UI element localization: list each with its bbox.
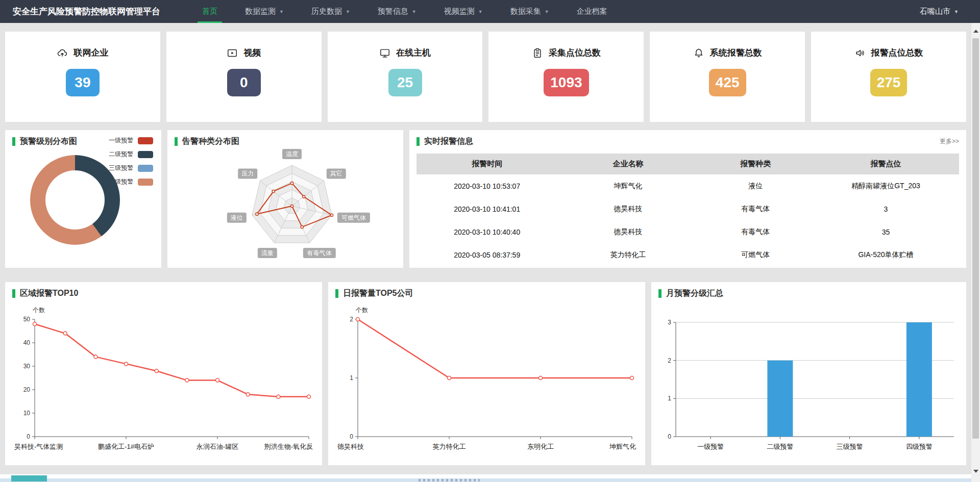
table-cell: 坤辉气化 [557,174,698,197]
stat-label: 在线主机 [396,47,431,59]
table-column-header: 报警时间 [416,154,557,174]
caret-down-icon: ▼ [346,9,350,14]
table-row[interactable]: 2020-03-05 08:37:59英力特化工可燃气体GIA-520单体贮槽 [416,243,959,266]
svg-text:压力: 压力 [241,170,254,177]
panel-title: 区域报警TOP10 [20,288,78,299]
radar-axis-label: 可燃气体 [337,213,370,223]
svg-text:1: 1 [350,374,353,382]
table-row[interactable]: 2020-03-10 10:53:07坤辉气化液位精醇南罐液位GT_203 [416,174,959,197]
table-cell: 35 [813,220,959,243]
nav-item-label: 数据监测 [245,7,276,16]
title-accent-bar [335,289,338,298]
svg-text:40: 40 [23,339,31,346]
nav-item-6[interactable]: 企业档案 [569,0,615,23]
monitor-icon [379,47,390,59]
stat-card-head: 采集点位总数 [532,47,601,59]
table-row[interactable]: 2020-03-10 10:41:01德昊科技有毒气体3 [416,197,959,220]
stat-value-badge: 25 [388,69,422,96]
donut-chart[interactable] [30,155,120,245]
svg-text:温度: 温度 [286,150,298,158]
stat-card-head: 视频 [227,47,261,59]
svg-text:鹏盛化工-1#电石炉: 鹏盛化工-1#电石炉 [98,443,154,450]
nav-item-5[interactable]: 数据采集▼ [503,0,557,23]
legend-item-2[interactable]: 三级预警 [109,164,153,172]
stat-label: 视频 [243,47,261,59]
table-cell: 有毒气体 [699,197,813,220]
scrollbar-thumb[interactable] [972,38,979,439]
bottom-strip [0,474,971,478]
table-cell: 2020-03-10 10:41:01 [416,197,557,220]
more-link[interactable]: 更多>> [940,137,959,146]
svg-text:0: 0 [27,433,30,440]
stat-label: 采集点位总数 [549,47,601,59]
svg-text:流量: 流量 [261,249,274,257]
stat-card-head: 系统报警总数 [693,47,762,59]
legend-item-0[interactable]: 一级预警 [109,136,153,145]
stat-card-0: 联网企业39 [5,32,160,122]
top10-line-chart[interactable]: 01020304050个数昊科技-气体监测鹏盛化工-1#电石炉永润石油-罐区荆洪… [12,301,315,459]
radar-axis-label: 有毒气体 [303,248,336,258]
nav-item-3[interactable]: 预警信息▼ [370,0,424,23]
table-cell: 有毒气体 [699,220,813,243]
vertical-scrollbar[interactable] [971,23,980,482]
nav-item-4[interactable]: 视频监测▼ [436,0,491,23]
legend-swatch [138,137,153,144]
table-column-header: 报警点位 [813,154,959,174]
table-row[interactable]: 2020-03-10 10:40:40德昊科技有毒气体35 [416,220,959,243]
stat-value-badge: 275 [870,69,908,96]
svg-text:一级预警: 一级预警 [697,443,724,450]
caret-down-icon: ▼ [279,9,284,14]
legend-swatch [138,165,153,172]
svg-text:四级预警: 四级预警 [906,443,933,450]
panel-warning-level-pie: 预警级别分布图 一级预警二级预警三级预警四级预警 [5,130,161,268]
svg-text:德昊科技: 德昊科技 [337,443,364,450]
table-cell: 2020-03-10 10:53:07 [416,174,557,197]
svg-text:坤辉气化: 坤辉气化 [609,443,636,450]
svg-text:50: 50 [23,316,31,323]
svg-text:个数: 个数 [32,307,45,314]
legend-item-1[interactable]: 二级预警 [109,150,153,159]
panel-region-alarm-top10: 区域报警TOP10 01020304050个数昊科技-气体监测鹏盛化工-1#电石… [5,282,322,465]
region-selector[interactable]: 石嘴山市 ▼ [920,7,959,16]
realtime-alarm-table: 报警时间企业名称报警种类报警点位 2020-03-10 10:53:07坤辉气化… [416,154,959,266]
svg-text:0: 0 [668,433,671,440]
bottom-left-teal-block [11,475,47,481]
svg-text:二级预警: 二级预警 [767,443,793,450]
table-cell: 精醇南罐液位GT_203 [813,174,959,197]
horizontal-scrollbar[interactable] [0,478,971,482]
monthly-bar-chart[interactable]: 0123一级预警二级预警三级预警四级预警 [658,301,959,459]
stat-card-head: 联网企业 [57,47,108,59]
svg-text:1: 1 [668,395,671,402]
svg-text:液位: 液位 [230,214,243,221]
scroll-down-arrow-icon[interactable] [971,466,980,476]
bar-3[interactable] [906,322,932,437]
video-icon [227,47,238,59]
nav-item-label: 数据采集 [510,7,541,16]
svg-text:永润石油-罐区: 永润石油-罐区 [197,443,238,450]
speaker-icon [854,47,866,59]
nav-menu: 首页数据监测▼历史数据▼预警信息▼视频监测▼数据采集▼企业档案 [188,0,621,23]
table-cell: 2020-03-05 08:37:59 [416,243,557,266]
stat-card-2: 在线主机25 [328,32,483,122]
stat-label: 联网企业 [74,47,108,59]
table-header-row: 报警时间企业名称报警种类报警点位 [416,154,959,174]
app-title: 安全生产风险预警防控物联网管理平台 [13,6,160,17]
nav-item-label: 企业档案 [577,7,607,16]
nav-item-1[interactable]: 数据监测▼ [237,0,291,23]
table-cell: 2020-03-10 10:40:40 [416,220,557,243]
bar-1[interactable] [767,361,793,437]
top5-line-chart[interactable]: 012个数德昊科技英力特化工东明化工坤辉气化 [335,301,638,459]
svg-text:3: 3 [668,319,671,326]
scroll-up-arrow-icon[interactable] [971,26,980,36]
radar-axis-label: 液位 [227,213,247,223]
panel-title-row: 月预警分级汇总 [658,288,959,299]
nav-item-2[interactable]: 历史数据▼ [304,0,358,23]
legend-swatch [138,151,153,158]
panel-title-row: 日报警量TOP5公司 [335,288,638,299]
radar-chart[interactable]: 温度其它可燃气体有毒气体流量液位压力 [175,149,396,264]
nav-item-label: 首页 [202,7,217,16]
svg-text:其它: 其它 [330,170,342,177]
nav-item-0[interactable]: 首页 [194,0,225,23]
radar-axis-label: 流量 [258,248,277,258]
horizontal-scrollbar-thumb[interactable] [419,479,480,481]
